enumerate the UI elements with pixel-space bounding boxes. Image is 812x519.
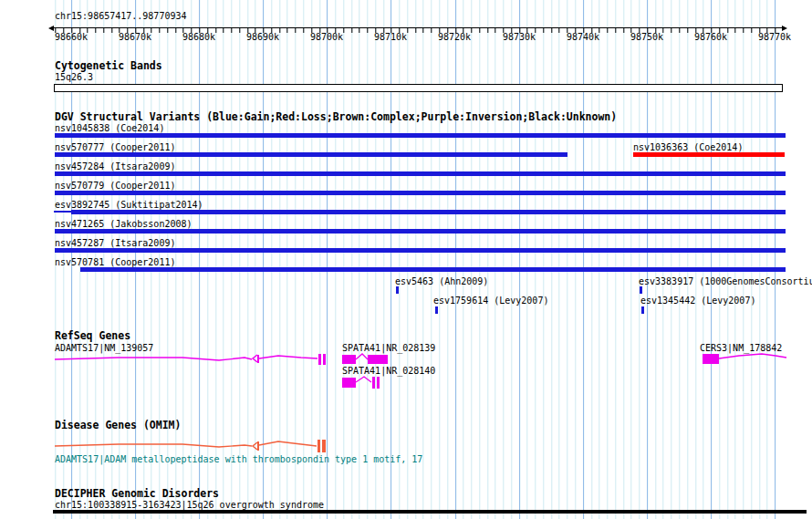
- refseq-gene-glyph[interactable]: [703, 354, 719, 364]
- refseq-gene-glyph[interactable]: [318, 354, 321, 365]
- refseq-gene-glyph[interactable]: [342, 355, 356, 364]
- omim-gene-glyph[interactable]: [322, 440, 326, 452]
- omim-gene-glyph[interactable]: [257, 441, 259, 451]
- genome-browser-view: chr15:98657417..98770934 98660k98670k986…: [0, 0, 812, 519]
- refseq-gene-glyph[interactable]: [377, 377, 380, 389]
- omim-gene-glyph[interactable]: [318, 440, 320, 452]
- gene-glyph-overlay: [0, 0, 812, 519]
- omim-gene-glyph[interactable]: [55, 444, 252, 447]
- refseq-gene-glyph[interactable]: [356, 354, 368, 359]
- refseq-gene-glyph[interactable]: [719, 354, 786, 358]
- refseq-gene-glyph[interactable]: [372, 377, 375, 389]
- refseq-gene-glyph[interactable]: [257, 355, 259, 363]
- omim-gene-glyph[interactable]: [253, 442, 257, 450]
- refseq-gene-glyph[interactable]: [342, 378, 356, 388]
- refseq-gene-glyph[interactable]: [253, 355, 257, 362]
- refseq-gene-glyph[interactable]: [323, 354, 326, 365]
- refseq-gene-glyph[interactable]: [259, 356, 318, 358]
- refseq-gene-glyph[interactable]: [55, 358, 252, 360]
- refseq-gene-glyph[interactable]: [356, 377, 371, 382]
- omim-gene-glyph[interactable]: [259, 441, 317, 446]
- refseq-gene-glyph[interactable]: [368, 355, 388, 364]
